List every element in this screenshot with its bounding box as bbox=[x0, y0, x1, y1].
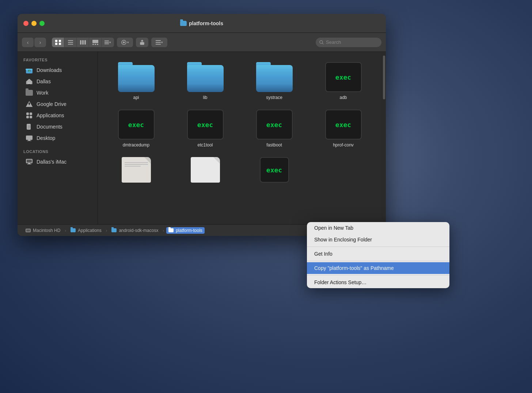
context-menu-folder-actions[interactable]: Folder Actions Setup… bbox=[307, 276, 449, 288]
home-icon bbox=[26, 78, 33, 85]
file-item-hprof-conv[interactable]: exec hprof-conv bbox=[312, 107, 374, 150]
breadcrumb-applications[interactable]: Applications bbox=[68, 227, 104, 234]
api-folder-icon bbox=[118, 62, 155, 92]
scrollbar-track[interactable] bbox=[381, 52, 386, 224]
file-item-partial3[interactable]: exec bbox=[243, 154, 305, 186]
breadcrumb-platform-tools[interactable]: platform-tools bbox=[166, 227, 205, 234]
close-button[interactable] bbox=[23, 21, 28, 26]
svg-rect-11 bbox=[92, 44, 94, 45]
sidebar-item-work[interactable]: Work bbox=[20, 87, 95, 98]
dmtracedump-exec-icon: exec bbox=[118, 110, 155, 140]
context-menu-show-enclosing[interactable]: Show in Enclosing Folder bbox=[307, 234, 449, 245]
breadcrumb-applications-label: Applications bbox=[78, 228, 102, 233]
hprof-conv-filename: hprof-conv bbox=[333, 142, 354, 148]
work-label: Work bbox=[37, 90, 48, 96]
minimize-button[interactable] bbox=[31, 21, 37, 26]
icon-view-button[interactable] bbox=[52, 38, 64, 47]
file-item-api[interactable]: api bbox=[105, 59, 167, 103]
file-item-partial2[interactable] bbox=[174, 154, 236, 186]
etc1tool-filename: etc1tool bbox=[197, 142, 213, 148]
sidebar-item-dallas-imac[interactable]: Dallas's iMac bbox=[20, 156, 95, 167]
svg-rect-9 bbox=[84, 40, 86, 45]
hprof-conv-exec-icon: exec bbox=[325, 110, 362, 140]
search-bar[interactable]: Search bbox=[316, 38, 381, 47]
svg-rect-12 bbox=[95, 44, 96, 45]
desktop-icon bbox=[26, 134, 33, 142]
partial3-exec-icon: exec bbox=[260, 157, 289, 183]
context-menu-copy-pathname[interactable]: Copy "platform-tools" as Pathname bbox=[307, 262, 449, 274]
breadcrumb-macintosh-hd[interactable]: Macintosh HD bbox=[23, 227, 62, 234]
share-button[interactable] bbox=[136, 38, 148, 47]
svg-rect-22 bbox=[156, 40, 161, 41]
svg-rect-19 bbox=[123, 42, 125, 43]
sidebar-item-documents[interactable]: Documents bbox=[20, 121, 95, 132]
nav-buttons: ‹ › bbox=[22, 38, 46, 47]
breadcrumb-platform-tools-label: platform-tools bbox=[176, 228, 202, 233]
maximize-button[interactable] bbox=[39, 21, 45, 26]
sidebar-item-google-drive[interactable]: Google Drive bbox=[20, 99, 95, 110]
breadcrumb-android-sdk[interactable]: android-sdk-macosx bbox=[109, 227, 160, 234]
file-item-fastboot[interactable]: exec fastboot bbox=[243, 107, 305, 150]
breadcrumb-sep-2: › bbox=[106, 228, 107, 233]
lib-filename: lib bbox=[203, 95, 207, 100]
adb-filename: adb bbox=[339, 95, 347, 100]
sidebar-item-desktop[interactable]: Desktop bbox=[20, 133, 95, 144]
work-folder-icon bbox=[26, 89, 33, 96]
svg-rect-34 bbox=[26, 116, 29, 118]
main-content: Favorites Downloads bbox=[18, 52, 386, 224]
file-item-etc1tool[interactable]: exec etc1tool bbox=[174, 107, 236, 150]
dmtracedump-filename: dmtracedump bbox=[123, 142, 149, 148]
title-text: platform-tools bbox=[189, 20, 223, 26]
svg-rect-7 bbox=[80, 40, 81, 45]
svg-rect-13 bbox=[97, 44, 98, 45]
sidebar-item-dallas[interactable]: Dallas bbox=[20, 76, 95, 87]
breadcrumb-android-sdk-icon bbox=[111, 228, 117, 232]
back-button[interactable]: ‹ bbox=[22, 38, 34, 47]
file-item-adb[interactable]: exec adb bbox=[312, 59, 374, 103]
forward-button[interactable]: › bbox=[34, 38, 46, 47]
file-grid: api lib systrace bbox=[98, 52, 381, 224]
action-button[interactable]: ▾ bbox=[117, 38, 133, 47]
context-menu-sep-1 bbox=[307, 247, 449, 247]
scrollbar-thumb[interactable] bbox=[383, 56, 385, 99]
svg-rect-42 bbox=[27, 141, 31, 141]
list-view-button[interactable] bbox=[64, 38, 77, 47]
breadcrumb-sep-1: › bbox=[65, 228, 66, 233]
fastboot-filename: fastboot bbox=[266, 142, 282, 148]
traffic-lights bbox=[23, 21, 45, 26]
file-item-lib[interactable]: lib bbox=[174, 59, 236, 103]
breadcrumb-android-sdk-label: android-sdk-macosx bbox=[119, 228, 158, 233]
sidebar-item-applications[interactable]: Applications bbox=[20, 110, 95, 121]
locations-section-title: Locations bbox=[18, 149, 98, 156]
svg-point-25 bbox=[320, 41, 323, 43]
desktop-label: Desktop bbox=[37, 135, 55, 141]
breadcrumb-applications-icon bbox=[71, 228, 76, 232]
gallery-view-button[interactable] bbox=[89, 38, 102, 47]
context-menu: Open in New Tab Show in Enclosing Folder… bbox=[307, 222, 449, 288]
file-item-partial1[interactable] bbox=[105, 154, 167, 186]
search-placeholder: Search bbox=[326, 39, 341, 45]
view-options-button[interactable]: ▾ bbox=[102, 38, 114, 47]
column-view-button[interactable] bbox=[77, 38, 89, 47]
file-item-systrace[interactable]: systrace bbox=[243, 59, 305, 103]
svg-rect-48 bbox=[26, 229, 30, 232]
context-menu-sep-3 bbox=[307, 275, 449, 275]
systrace-filename: systrace bbox=[266, 95, 282, 100]
download-icon bbox=[26, 66, 33, 74]
title-bar: platform-tools bbox=[18, 14, 386, 33]
context-menu-open-new-tab[interactable]: Open in New Tab bbox=[307, 222, 449, 234]
tag-button[interactable]: ▾ bbox=[151, 38, 167, 47]
api-filename: api bbox=[133, 95, 139, 100]
file-item-dmtracedump[interactable]: exec dmtracedump bbox=[105, 107, 167, 150]
svg-rect-23 bbox=[156, 42, 161, 43]
lib-folder-icon bbox=[187, 62, 224, 92]
svg-rect-44 bbox=[27, 160, 32, 163]
svg-rect-15 bbox=[104, 42, 109, 43]
svg-rect-37 bbox=[28, 126, 30, 126]
svg-rect-1 bbox=[59, 40, 61, 42]
svg-rect-38 bbox=[28, 127, 30, 127]
context-menu-get-info[interactable]: Get Info bbox=[307, 248, 449, 260]
systrace-folder-icon bbox=[256, 62, 293, 92]
svg-rect-14 bbox=[104, 41, 109, 41]
sidebar-item-downloads[interactable]: Downloads bbox=[20, 65, 95, 76]
